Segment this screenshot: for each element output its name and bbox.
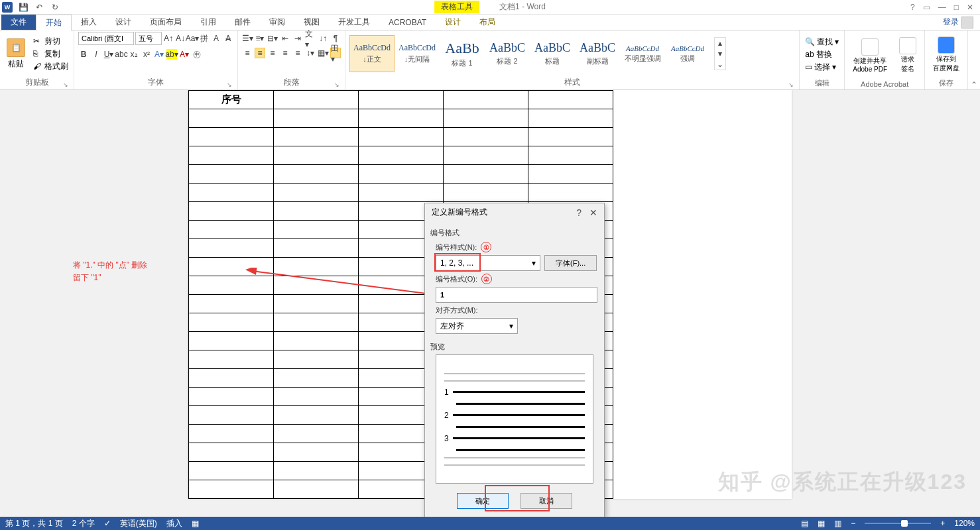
asian-layout-icon[interactable]: 文▾ bbox=[305, 33, 316, 44]
read-mode-icon[interactable]: ▤ bbox=[801, 519, 808, 528]
table-cell[interactable] bbox=[274, 109, 359, 128]
number-format-input[interactable] bbox=[436, 287, 597, 303]
table-cell[interactable] bbox=[189, 350, 274, 369]
font-color-icon[interactable]: A▾ bbox=[179, 49, 190, 60]
cut-button[interactable]: ✂剪切 bbox=[32, 36, 70, 47]
clear-format-icon[interactable]: A̶ bbox=[223, 33, 233, 44]
style-item[interactable]: AaBbCcDd强调 bbox=[665, 35, 710, 72]
style-item[interactable]: AaBbC副标题 bbox=[575, 35, 620, 72]
table-cell[interactable] bbox=[444, 128, 528, 146]
alignment-select[interactable]: 左对齐▾ bbox=[436, 318, 518, 334]
spell-check-icon[interactable]: ✓ bbox=[104, 519, 111, 528]
table-cell[interactable] bbox=[359, 91, 444, 109]
style-item[interactable]: AaBbCcDd↓正文 bbox=[349, 35, 395, 72]
styles-more-icon[interactable]: ⌄ bbox=[715, 59, 725, 70]
table-cell[interactable] bbox=[274, 221, 359, 239]
table-cell[interactable] bbox=[189, 332, 274, 350]
dialog-titlebar[interactable]: 定义新编号格式 ? ✕ bbox=[425, 203, 604, 221]
table-cell[interactable] bbox=[359, 146, 444, 165]
style-item[interactable]: AaBb标题 1 bbox=[440, 35, 485, 72]
copy-button[interactable]: ⎘复制 bbox=[32, 48, 70, 60]
tab-references[interactable]: 引用 bbox=[191, 15, 225, 30]
insert-mode[interactable]: 插入 bbox=[166, 518, 182, 529]
style-item[interactable]: AaBbC标题 bbox=[530, 35, 575, 72]
style-item[interactable]: AaBbC标题 2 bbox=[485, 35, 530, 72]
borders-icon[interactable]: 田▾ bbox=[330, 48, 341, 58]
tab-home[interactable]: 开始 bbox=[36, 15, 72, 31]
undo-icon[interactable]: ↶ bbox=[34, 2, 44, 13]
numbering-icon[interactable]: ≡▾ bbox=[255, 33, 265, 44]
table-cell[interactable] bbox=[528, 184, 613, 202]
redo-icon[interactable]: ↻ bbox=[50, 2, 60, 13]
tab-insert[interactable]: 插入 bbox=[72, 15, 106, 30]
paste-button[interactable]: 📋 粘贴 bbox=[4, 37, 28, 71]
cancel-button[interactable]: 取消 bbox=[521, 493, 572, 509]
table-cell[interactable] bbox=[274, 202, 359, 221]
save-cloud-button[interactable]: 保存到 百度网盘 bbox=[929, 36, 963, 73]
style-item[interactable]: AaBbCcDd不明显强调 bbox=[620, 35, 665, 72]
find-button[interactable]: 🔍查找▾ bbox=[804, 36, 840, 48]
table-cell[interactable] bbox=[528, 128, 613, 146]
page-number[interactable]: 第 1 页，共 1 页 bbox=[5, 518, 63, 529]
table-cell[interactable] bbox=[189, 221, 274, 239]
print-layout-icon[interactable]: ▦ bbox=[818, 519, 825, 528]
italic-icon[interactable]: I bbox=[91, 49, 101, 60]
format-painter-button[interactable]: 🖌格式刷 bbox=[32, 61, 70, 72]
table-cell[interactable] bbox=[359, 109, 444, 128]
align-center-icon[interactable]: ≡ bbox=[255, 48, 265, 58]
dialog-close-icon[interactable]: ✕ bbox=[589, 207, 597, 218]
grow-font-icon[interactable]: A↑ bbox=[163, 33, 174, 44]
close-icon[interactable]: ✕ bbox=[967, 3, 973, 12]
strike-icon[interactable]: abc bbox=[116, 49, 127, 60]
table-cell[interactable] bbox=[274, 332, 359, 350]
collapse-ribbon-icon[interactable]: ⌃ bbox=[968, 30, 980, 89]
table-cell[interactable] bbox=[274, 91, 359, 109]
shading-icon[interactable]: ▦▾ bbox=[318, 48, 328, 58]
launcher-icon[interactable]: ↘ bbox=[334, 81, 339, 88]
style-item[interactable]: AaBbCcDd↓无间隔 bbox=[395, 35, 440, 72]
justify-icon[interactable]: ≡ bbox=[280, 48, 290, 58]
number-style-select[interactable]: 1, 2, 3, ...▾ bbox=[436, 255, 540, 271]
table-cell[interactable] bbox=[359, 128, 444, 146]
tab-developer[interactable]: 开发工具 bbox=[329, 15, 379, 30]
table-cell[interactable] bbox=[189, 109, 274, 128]
login-link[interactable]: 登录 bbox=[943, 17, 980, 28]
table-cell[interactable] bbox=[274, 313, 359, 332]
tab-mailings[interactable]: 邮件 bbox=[225, 15, 260, 30]
table-cell[interactable] bbox=[189, 369, 274, 388]
line-spacing-icon[interactable]: ↕▾ bbox=[305, 48, 316, 58]
change-case-icon[interactable]: Aa▾ bbox=[187, 33, 198, 44]
language[interactable]: 英语(美国) bbox=[120, 518, 157, 529]
launcher-icon[interactable]: ↘ bbox=[227, 81, 232, 88]
table-cell[interactable] bbox=[189, 202, 274, 221]
styles-up-icon[interactable]: ▴ bbox=[715, 38, 725, 48]
table-cell[interactable] bbox=[189, 165, 274, 184]
table-cell[interactable] bbox=[359, 184, 444, 202]
font-size-select[interactable] bbox=[135, 32, 162, 45]
table-cell[interactable] bbox=[274, 443, 359, 462]
table-cell[interactable] bbox=[274, 128, 359, 146]
table-cell[interactable] bbox=[274, 184, 359, 202]
table-cell[interactable] bbox=[444, 184, 528, 202]
align-left-icon[interactable]: ≡ bbox=[242, 48, 253, 58]
enclose-char-icon[interactable]: ㊥ bbox=[192, 49, 202, 60]
table-cell[interactable] bbox=[274, 369, 359, 388]
table-cell[interactable] bbox=[189, 239, 274, 258]
bold-icon[interactable]: B bbox=[78, 49, 89, 60]
multilevel-icon[interactable]: ⊟▾ bbox=[267, 33, 278, 44]
word-count[interactable]: 2 个字 bbox=[72, 518, 95, 529]
text-effects-icon[interactable]: A▾ bbox=[154, 49, 164, 60]
table-cell[interactable] bbox=[274, 425, 359, 443]
table-cell[interactable] bbox=[189, 128, 274, 146]
ribbon-options-icon[interactable]: ▭ bbox=[923, 3, 930, 12]
table-cell[interactable] bbox=[528, 165, 613, 184]
table-cell[interactable] bbox=[189, 480, 274, 499]
tab-file[interactable]: 文件 bbox=[1, 15, 36, 30]
table-cell[interactable] bbox=[274, 350, 359, 369]
table-cell[interactable] bbox=[189, 146, 274, 165]
maximize-icon[interactable]: □ bbox=[954, 3, 959, 12]
table-cell[interactable] bbox=[274, 146, 359, 165]
minimize-icon[interactable]: — bbox=[938, 3, 946, 12]
launcher-icon[interactable]: ↘ bbox=[63, 81, 68, 88]
increase-indent-icon[interactable]: ⇥ bbox=[292, 33, 303, 44]
